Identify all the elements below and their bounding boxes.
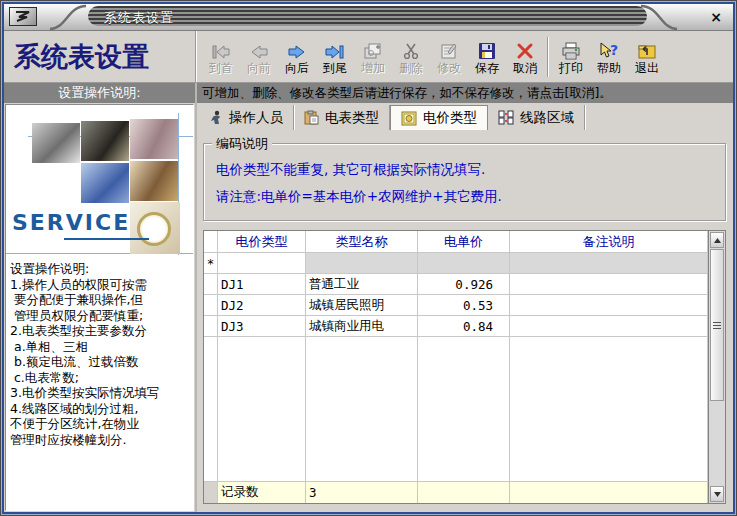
cell-note[interactable] <box>510 295 708 316</box>
scroll-down-button[interactable] <box>710 486 724 502</box>
column-header-note[interactable]: 备注说明 <box>510 231 708 253</box>
watch-face <box>137 212 171 246</box>
photo-instruments <box>130 119 178 159</box>
triangle-down-icon <box>714 492 721 497</box>
exit-button[interactable]: 退出 <box>628 34 666 80</box>
add-button[interactable]: 增加 <box>354 34 392 80</box>
edit-icon <box>440 34 458 60</box>
left-panel: 设置操作说明: SERVICE 设置操作说明: 1.操作人员的权限可按需 要分配… <box>4 83 197 512</box>
vertical-scrollbar[interactable] <box>708 231 725 503</box>
tab-bar: 操作人员 电表类型 电价类型 <box>197 103 733 130</box>
prev-icon <box>249 34 269 60</box>
record-count-value: 3 <box>306 481 418 503</box>
cell-type[interactable]: DJ1 <box>218 274 306 295</box>
cell-name[interactable]: 城镇居民照明 <box>306 295 418 316</box>
column-header-type-name[interactable]: 类型名称 <box>306 231 418 253</box>
cell-type[interactable]: DJ3 <box>218 316 306 337</box>
page-title: 系统表设置 <box>4 31 196 82</box>
cancel-icon <box>516 34 534 60</box>
exit-icon <box>637 34 657 60</box>
titlebar-swoosh-right <box>639 4 679 31</box>
save-button[interactable]: 保存 <box>468 34 506 80</box>
service-collage: SERVICE <box>6 105 193 255</box>
clipboard-icon <box>304 110 319 125</box>
next-button[interactable]: 向后 <box>278 34 316 80</box>
price-type-grid: 电价类型 类型名称 电单价 备注说明 * <box>203 230 726 504</box>
delete-icon <box>402 34 420 60</box>
left-panel-body: SERVICE 设置操作说明: 1.操作人员的权限可按需 要分配便于兼职操作,但… <box>5 104 194 511</box>
cell-price[interactable]: 0.926 <box>418 274 510 295</box>
table-row[interactable]: DJ1 普通工业 0.926 <box>204 274 708 295</box>
tab-operators[interactable]: 操作人员 <box>199 105 294 130</box>
cell-price[interactable]: 0.84 <box>418 316 510 337</box>
tab-content: 编码说明 电价类型不能重复, 其它可根据实际情况填写. 请注意:电单价=基本电价… <box>197 130 733 512</box>
tab-label: 操作人员 <box>229 109 283 127</box>
photo-watch <box>130 202 180 254</box>
first-icon <box>210 34 232 60</box>
column-header-unit-price[interactable]: 电单价 <box>418 231 510 253</box>
left-panel-header: 设置操作说明: <box>4 83 195 103</box>
photo-pen <box>81 121 129 161</box>
table-row[interactable]: DJ2 城镇居民照明 0.53 <box>204 295 708 316</box>
window-title: 系统表设置 <box>104 9 174 27</box>
cell-price[interactable]: 0.53 <box>418 295 510 316</box>
tab-label: 电价类型 <box>423 109 477 127</box>
cell-type[interactable]: DJ2 <box>218 295 306 316</box>
grid-corner <box>204 231 218 253</box>
last-icon <box>324 34 346 60</box>
edit-button[interactable]: 修改 <box>430 34 468 80</box>
tab-meter-type[interactable]: 电表类型 <box>294 105 390 130</box>
footer-selector <box>204 481 218 503</box>
service-underline <box>64 238 149 240</box>
first-button[interactable]: 到首 <box>202 34 240 80</box>
add-icon <box>363 34 383 60</box>
notice-line-2: 请注意:电单价=基本电价+农网维护+其它费用. <box>216 183 713 210</box>
money-icon <box>401 111 417 126</box>
cell-note[interactable] <box>510 274 708 295</box>
coding-notes-groupbox: 编码说明 电价类型不能重复, 其它可根据实际情况填写. 请注意:电单价=基本电价… <box>203 143 726 221</box>
person-icon <box>209 110 223 125</box>
new-record-row[interactable]: * <box>204 253 708 274</box>
cancel-button[interactable]: 取消 <box>506 34 544 80</box>
tab-price-type[interactable]: 电价类型 <box>390 105 488 131</box>
record-count-label: 记录数 <box>218 481 306 503</box>
photo-keyboard <box>81 163 129 203</box>
cell-name[interactable]: 普通工业 <box>306 274 418 295</box>
titlebar[interactable]: 系统表设置 × <box>4 4 733 31</box>
new-record-cell[interactable] <box>218 253 306 274</box>
svg-text:?: ? <box>610 42 618 58</box>
app-window: 系统表设置 × 系统表设置 到首 向前 向后 <box>0 0 737 516</box>
instructions-text: 设置操作说明: 1.操作人员的权限可按需 要分配便于兼职操作,但 管理员权限分配… <box>6 255 193 447</box>
scroll-up-button[interactable] <box>710 232 724 248</box>
delete-button[interactable]: 删除 <box>392 34 430 80</box>
prev-button[interactable]: 向前 <box>240 34 278 80</box>
nodes-icon <box>498 110 514 125</box>
close-button[interactable]: × <box>707 8 725 26</box>
groupbox-title: 编码说明 <box>212 135 272 153</box>
photo-tools <box>32 123 80 163</box>
tab-line-area[interactable]: 线路区域 <box>488 105 585 130</box>
print-icon <box>561 34 581 60</box>
cell-note[interactable] <box>510 316 708 337</box>
last-button[interactable]: 到尾 <box>316 34 354 80</box>
tab-label: 线路区域 <box>520 109 574 127</box>
row-selector[interactable] <box>204 316 218 337</box>
column-header-price-type[interactable]: 电价类型 <box>218 231 306 253</box>
cell-name[interactable]: 城镇商业用电 <box>306 316 418 337</box>
titlebar-swoosh-left <box>48 4 88 31</box>
row-selector[interactable] <box>204 274 218 295</box>
row-selector[interactable] <box>204 295 218 316</box>
tab-label: 电表类型 <box>325 109 379 127</box>
next-icon <box>287 34 307 60</box>
new-record-cell[interactable] <box>418 253 510 274</box>
scrollbar-grip <box>713 322 721 329</box>
new-record-cell[interactable] <box>510 253 708 274</box>
app-logo-icon <box>9 7 37 26</box>
help-button[interactable]: ? 帮助 <box>590 34 628 80</box>
table-row[interactable]: DJ3 城镇商业用电 0.84 <box>204 316 708 337</box>
grid-header-row: 电价类型 类型名称 电单价 备注说明 <box>204 231 708 253</box>
service-text: SERVICE <box>12 210 130 235</box>
new-record-cell[interactable] <box>306 253 418 274</box>
print-button[interactable]: 打印 <box>552 34 590 80</box>
scrollbar-thumb[interactable] <box>710 249 724 401</box>
